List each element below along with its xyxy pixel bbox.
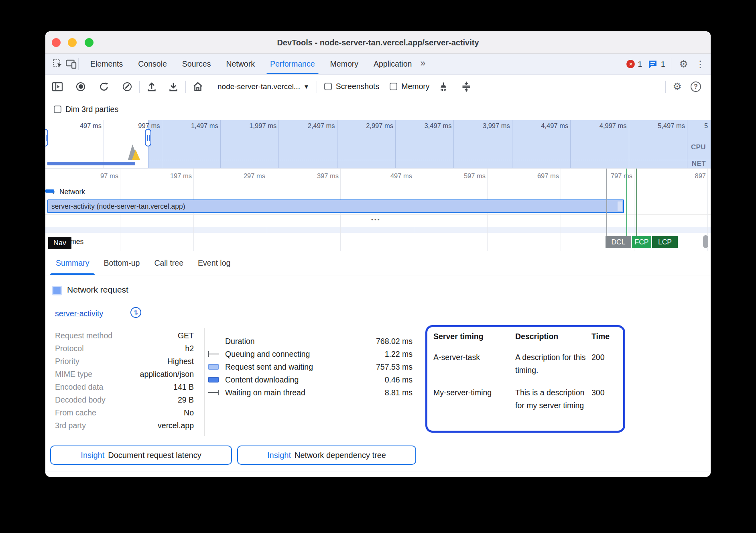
help-icon[interactable]: ? [691,81,701,92]
field-label: 3rd party [55,421,86,430]
server-timing-time: 200 [591,351,617,376]
insight-button-network-dependency-tree[interactable]: InsightNetwork dependency tree [237,446,416,465]
timeline-tick-label: 797 ms [611,172,632,180]
history-selector[interactable]: node-server-tan.vercel...▼ [217,82,309,91]
overflow-dots: ••• [371,216,381,223]
track-separator-strip [45,227,711,233]
marker-line-lcp [636,169,637,236]
summary-field-row: Decoded body29 B [55,393,194,406]
tab-performance[interactable]: Performance [262,54,323,74]
field-value: h2 [185,344,194,353]
timeline-overview[interactable]: CPU NET 497 ms997 ms1,497 ms1,997 ms2,49… [45,120,711,169]
selection-handle-left[interactable] [45,129,48,146]
dim-third-parties-checkbox[interactable] [54,106,61,113]
detail-tab-call-tree[interactable]: Call tree [147,251,191,275]
overview-tick-label: 497 ms [80,122,102,130]
detail-pane-tabs: SummaryBottom-upCall treeEvent log [45,251,711,275]
overview-tick-label: 1,497 ms [191,122,218,130]
timeline-detail[interactable]: ▼Network server-activity (node-server-ta… [45,169,711,251]
selection-handle-right[interactable] [145,129,151,146]
track-drag-handle[interactable] [45,189,54,193]
console-errors-icon[interactable]: ✕ [626,60,635,68]
tab-application[interactable]: Application [366,54,419,74]
reveal-in-network-icon[interactable]: ⇅ [130,307,141,318]
timeline-tick-label: 497 ms [390,172,412,180]
network-request-bar[interactable]: server-activity (node-server-tan.vercel.… [47,199,624,213]
marker-line-dcl [606,169,607,236]
collapse-sections-icon[interactable] [460,80,473,94]
overview-gridline [395,120,396,169]
tab-elements[interactable]: Elements [83,54,130,74]
network-request-color-swatch [52,286,62,295]
download-profile-icon[interactable] [167,80,180,94]
timing-label: Queuing and connecting [225,350,385,359]
field-label: Request method [55,331,112,340]
tab-console[interactable]: Console [130,54,175,74]
insight-button-document-request-latency[interactable]: InsightDocument request latency [50,446,232,465]
divider [317,81,317,93]
screenshots-checkbox[interactable] [324,83,332,90]
issue-count[interactable]: 1 [661,60,665,69]
issues-icon[interactable] [648,57,658,71]
timeline-tick-label: 697 ms [537,172,559,180]
toggle-sidebar-icon[interactable] [51,80,64,94]
row-border [45,214,711,215]
field-label: Encoded data [55,382,103,392]
field-value: Highest [167,357,194,366]
divider [671,58,671,70]
garbage-collect-icon[interactable] [437,80,450,94]
timeline-tick-label: 597 ms [464,172,486,180]
settings-gear-icon[interactable]: ⚙ [679,59,688,69]
error-count[interactable]: 1 [638,60,642,69]
network-track-header[interactable]: ▼Network [51,188,85,196]
performance-toolbar: node-server-tan.vercel...▼ Screenshots M… [45,75,711,98]
ruler-border [45,184,711,184]
tab-network[interactable]: Network [218,54,262,74]
overview-gridline [220,120,221,169]
request-link[interactable]: server-activity [55,309,103,318]
field-value: 141 B [173,382,194,392]
summary-field-row: Protocolh2 [55,342,194,355]
field-label: Decoded body [55,395,106,405]
server-timing-header: Server timing [433,332,515,341]
memory-checkbox[interactable] [390,83,397,90]
timing-label: Duration [225,337,376,346]
marker-line-fcp [626,169,627,236]
home-icon[interactable] [191,80,204,94]
detail-tab-event-log[interactable]: Event log [191,251,238,275]
more-tabs-icon[interactable]: » [420,58,425,69]
timing-value: 757.53 ms [376,362,413,372]
panel-tabs: ElementsConsoleSourcesNetworkPerformance… [83,54,419,74]
divider [139,81,140,93]
capture-settings-gear-icon[interactable]: ⚙ [673,81,682,92]
reload-and-record-button[interactable] [98,80,110,94]
upload-profile-icon[interactable] [145,80,158,94]
horizontal-scrollbar-thumb[interactable] [703,235,708,248]
timing-value: 768.02 ms [376,337,413,346]
summary-field-row: Request methodGET [55,329,194,342]
bar-dark-icon [208,377,225,382]
field-value: GET [178,331,194,340]
clear-recording-button[interactable] [121,80,134,94]
summary-field-row: PriorityHighest [55,355,194,368]
insight-chips: InsightDocument request latencyInsightNe… [50,446,416,465]
dim-third-parties-label: Dim 3rd parties [65,105,118,114]
divider [210,81,210,93]
kebab-menu-icon[interactable]: ⋮ [695,59,705,70]
detail-tab-bottom-up[interactable]: Bottom-up [96,251,147,275]
screenshots-checkbox-group[interactable]: Screenshots [324,82,379,91]
device-toolbar-icon[interactable] [65,57,78,71]
overview-gridline [337,120,337,169]
server-timing-name: A-server-task [433,351,515,376]
tab-memory[interactable]: Memory [323,54,366,74]
memory-checkbox-group[interactable]: Memory [390,82,429,91]
timeline-tick-label: 397 ms [317,172,339,180]
detail-tab-summary[interactable]: Summary [49,251,96,275]
timeline-tick-label: 897 [695,172,706,180]
overview-gridline [278,120,279,169]
inspect-element-icon[interactable] [51,57,65,71]
devtools-window: DevTools - node-server-tan.vercel.app/se… [45,31,711,477]
timing-label: Content downloading [225,375,385,384]
record-button[interactable] [74,80,87,94]
tab-sources[interactable]: Sources [175,54,219,74]
